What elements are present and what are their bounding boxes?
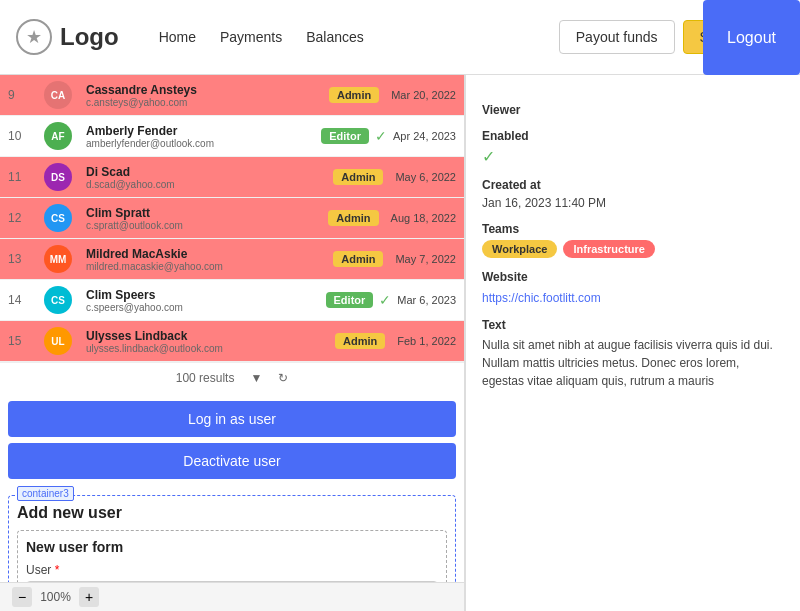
- viewer-label: Viewer: [482, 103, 784, 117]
- user-table: 9 CA Cassandre Ansteys c.ansteys@yahoo.c…: [0, 75, 464, 362]
- user-name: Amberly Fender: [86, 124, 315, 138]
- user-info: Clim Speers c.speers@yahoo.com: [86, 288, 320, 313]
- user-info: Clim Spratt c.spratt@outlook.com: [86, 206, 322, 231]
- avatar: DS: [44, 163, 72, 191]
- table-footer: 100 results ▼ ↻: [0, 362, 464, 393]
- avatar: CS: [44, 204, 72, 232]
- row-number: 14: [8, 293, 38, 307]
- new-user-form-title: New user form: [26, 539, 438, 555]
- date: Aug 18, 2022: [391, 212, 456, 224]
- user-name: Mildred MacAskie: [86, 247, 327, 261]
- action-buttons: Log in as user Deactivate user: [0, 393, 464, 487]
- user-email: ulysses.lindback@outlook.com: [86, 343, 329, 354]
- role-badge: Admin: [329, 87, 379, 103]
- main-content: 9 CA Cassandre Ansteys c.ansteys@yahoo.c…: [0, 75, 800, 611]
- table-row[interactable]: 14 CS Clim Speers c.speers@yahoo.com Edi…: [0, 280, 464, 321]
- website-label: Website: [482, 270, 784, 284]
- user-email: c.speers@yahoo.com: [86, 302, 320, 313]
- logo-text: Logo: [60, 23, 119, 51]
- user-email: mildred.macaskie@yahoo.com: [86, 261, 327, 272]
- nav-links: Home Payments Balances: [159, 29, 559, 45]
- user-name: Cassandre Ansteys: [86, 83, 323, 97]
- teams-label: Teams: [482, 222, 784, 236]
- user-name: Clim Spratt: [86, 206, 322, 220]
- role-badge: Admin: [335, 333, 385, 349]
- row-number: 10: [8, 129, 38, 143]
- logout-button[interactable]: Logout: [703, 0, 800, 75]
- row-number: 15: [8, 334, 38, 348]
- table-row[interactable]: 10 AF Amberly Fender amberlyfender@outlo…: [0, 116, 464, 157]
- avatar: MM: [44, 245, 72, 273]
- avatar: CS: [44, 286, 72, 314]
- user-email: d.scad@yahoo.com: [86, 179, 327, 190]
- user-name: Ulysses Lindback: [86, 329, 329, 343]
- user-info: Mildred MacAskie mildred.macaskie@yahoo.…: [86, 247, 327, 272]
- table-row[interactable]: 12 CS Clim Spratt c.spratt@outlook.com A…: [0, 198, 464, 239]
- date: Apr 24, 2023: [393, 130, 456, 142]
- table-row[interactable]: 11 DS Di Scad d.scad@yahoo.com Admin May…: [0, 157, 464, 198]
- zoom-in-button[interactable]: +: [79, 587, 99, 607]
- nav-home[interactable]: Home: [159, 29, 196, 45]
- text-label: Text: [482, 318, 784, 332]
- row-number: 9: [8, 88, 38, 102]
- table-row[interactable]: 15 UL Ulysses Lindback ulysses.lindback@…: [0, 321, 464, 362]
- check-icon: ✓: [375, 128, 387, 144]
- row-number: 13: [8, 252, 38, 266]
- user-name: Clim Speers: [86, 288, 320, 302]
- created-at-label: Created at: [482, 178, 784, 192]
- tag-workplace: Workplace: [482, 240, 557, 258]
- role-badge: Admin: [328, 210, 378, 226]
- table-row[interactable]: 13 MM Mildred MacAskie mildred.macaskie@…: [0, 239, 464, 280]
- user-info: Amberly Fender amberlyfender@outlook.com: [86, 124, 315, 149]
- teams-tags: Workplace Infrastructure: [482, 240, 784, 258]
- login-as-user-button[interactable]: Log in as user: [8, 401, 456, 437]
- role-badge: Editor: [321, 128, 369, 144]
- nav-balances[interactable]: Balances: [306, 29, 364, 45]
- zoom-out-button[interactable]: −: [12, 587, 32, 607]
- date: Mar 20, 2022: [391, 89, 456, 101]
- user-info: Ulysses Lindback ulysses.lindback@outloo…: [86, 329, 329, 354]
- role-badge: Admin: [333, 251, 383, 267]
- add-user-title: Add new user: [17, 504, 447, 522]
- user-email: amberlyfender@outlook.com: [86, 138, 315, 149]
- date: Feb 1, 2022: [397, 335, 456, 347]
- deactivate-user-button[interactable]: Deactivate user: [8, 443, 456, 479]
- avatar: AF: [44, 122, 72, 150]
- date: May 6, 2022: [395, 171, 456, 183]
- logo-icon: ★: [16, 19, 52, 55]
- user-name: Di Scad: [86, 165, 327, 179]
- refresh-icon[interactable]: ↻: [278, 371, 288, 385]
- table-row[interactable]: 9 CA Cassandre Ansteys c.ansteys@yahoo.c…: [0, 75, 464, 116]
- check-icon: ✓: [379, 292, 391, 308]
- zoom-level: 100%: [40, 590, 71, 604]
- enabled-check: ✓: [482, 147, 784, 166]
- detail-text-value: Nulla sit amet nibh at augue facilisis v…: [482, 336, 784, 390]
- avatar: UL: [44, 327, 72, 355]
- user-field-label: User *: [26, 563, 438, 577]
- enabled-label: Enabled: [482, 129, 784, 143]
- role-badge: Admin: [333, 169, 383, 185]
- role-badge: Editor: [326, 292, 374, 308]
- footer-bar: − 100% +: [0, 582, 465, 611]
- user-email: c.ansteys@yahoo.com: [86, 97, 323, 108]
- app-header: ★ Logo Home Payments Balances Payout fun…: [0, 0, 800, 75]
- website-link[interactable]: https://chic.footlitt.com: [482, 291, 601, 305]
- filter-icon[interactable]: ▼: [250, 371, 262, 385]
- nav-payments[interactable]: Payments: [220, 29, 282, 45]
- container-label: container3: [17, 486, 74, 501]
- results-count: 100 results: [176, 371, 235, 385]
- created-at-value: Jan 16, 2023 11:40 PM: [482, 196, 784, 210]
- tag-infrastructure: Infrastructure: [563, 240, 655, 258]
- right-panel: Viewer Enabled ✓ Created at Jan 16, 2023…: [465, 75, 800, 611]
- left-panel: 9 CA Cassandre Ansteys c.ansteys@yahoo.c…: [0, 75, 465, 611]
- user-info: Cassandre Ansteys c.ansteys@yahoo.com: [86, 83, 323, 108]
- date: Mar 6, 2023: [397, 294, 456, 306]
- date: May 7, 2022: [395, 253, 456, 265]
- row-number: 12: [8, 211, 38, 225]
- user-info: Di Scad d.scad@yahoo.com: [86, 165, 327, 190]
- user-email: c.spratt@outlook.com: [86, 220, 322, 231]
- payout-funds-button[interactable]: Payout funds: [559, 20, 675, 54]
- row-number: 11: [8, 170, 38, 184]
- logo-area: ★ Logo: [16, 19, 119, 55]
- avatar: CA: [44, 81, 72, 109]
